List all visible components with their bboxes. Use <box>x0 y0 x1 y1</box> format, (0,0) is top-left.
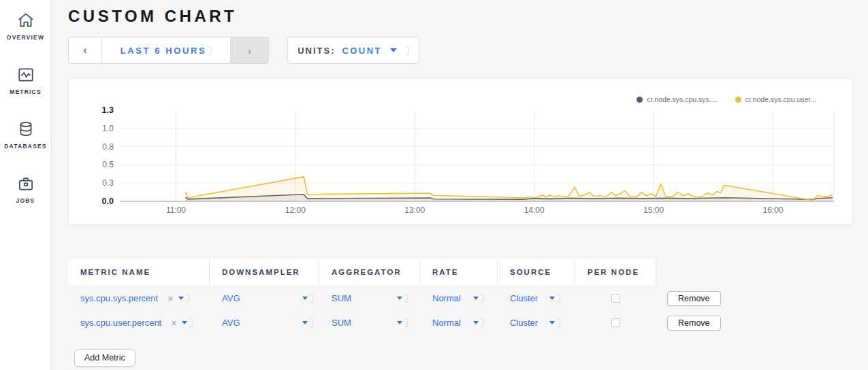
svg-text:15:00: 15:00 <box>643 205 664 215</box>
rate-cell: Normal <box>420 318 498 328</box>
dropdown-notch <box>310 294 313 303</box>
per-node-cell <box>575 318 656 327</box>
actions-cell: Remove <box>656 316 853 331</box>
rate-select[interactable]: Normal <box>432 293 479 303</box>
remove-button[interactable]: Remove <box>667 316 721 331</box>
chevron-left-icon: ‹ <box>83 44 86 56</box>
downsampler-cell: AVG <box>210 318 319 328</box>
sidebar-item-label: DATABASES <box>4 143 46 150</box>
dropdown-notch <box>186 294 189 303</box>
actions-cell: Remove <box>656 291 853 306</box>
time-next-button[interactable]: › <box>230 37 268 63</box>
remove-button[interactable]: Remove <box>667 291 721 306</box>
dropdown-notch <box>208 46 212 55</box>
dropdown-notch <box>406 46 409 55</box>
svg-text:0.8: 0.8 <box>102 142 114 152</box>
aggregator-select[interactable]: SUM <box>332 293 402 303</box>
metric-name-cell: sys.cpu.user.percent × <box>68 318 210 329</box>
svg-text:1.0: 1.0 <box>102 124 114 133</box>
database-icon <box>16 120 35 139</box>
col-header-actions <box>656 259 853 285</box>
chevron-right-icon: › <box>248 45 251 56</box>
time-range-picker: ‹ LAST 6 HOURS › <box>68 37 269 64</box>
metric-name-cell: sys.cpu.sys.percent × <box>68 293 210 304</box>
sidebar-item-metrics[interactable]: METRICS <box>0 65 52 120</box>
add-metric-button[interactable]: Add Metric <box>74 349 135 367</box>
aggregator-value: SUM <box>332 293 351 303</box>
legend-label: cr.node.sys.cpu.user... <box>745 95 816 103</box>
time-range-dropdown[interactable]: LAST 6 HOURS <box>102 37 230 63</box>
units-value: COUNT <box>342 46 382 56</box>
source-value: Cluster <box>510 293 538 303</box>
downsampler-value: AVG <box>222 318 240 328</box>
source-select[interactable]: Cluster <box>510 318 555 328</box>
units-dropdown[interactable]: UNITS: COUNT <box>287 37 419 64</box>
metric-name-value: sys.cpu.user.percent <box>80 318 161 328</box>
downsampler-select[interactable]: AVG <box>222 318 308 328</box>
dropdown-notch <box>404 318 408 327</box>
metrics-table-header: METRIC NAME DOWNSAMPLER AGGREGATOR RATE … <box>68 259 853 285</box>
dropdown-notch <box>189 318 193 327</box>
rate-select[interactable]: Normal <box>432 318 479 328</box>
chevron-down-icon <box>182 321 187 324</box>
chevron-down-icon <box>302 297 308 300</box>
svg-text:14:00: 14:00 <box>524 205 545 215</box>
metrics-graph-icon <box>16 65 35 84</box>
metric-name-select[interactable]: sys.cpu.sys.percent × <box>80 293 195 304</box>
col-header-metric-name: METRIC NAME <box>68 259 210 285</box>
per-node-cell <box>575 294 656 303</box>
source-cell: Cluster <box>498 318 575 328</box>
downsampler-cell: AVG <box>210 293 319 303</box>
source-select[interactable]: Cluster <box>510 293 555 303</box>
custom-chart-card: cr.node.sys.cpu.sys.... cr.node.sys.cpu.… <box>68 78 853 225</box>
downsampler-select[interactable]: AVG <box>222 293 308 303</box>
downsampler-value: AVG <box>222 293 240 303</box>
chevron-down-icon <box>397 297 402 300</box>
dropdown-notch <box>481 318 484 327</box>
sidebar-item-overview[interactable]: OVERVIEW <box>0 11 52 65</box>
chevron-down-icon <box>302 321 308 324</box>
sidebar-item-label: METRICS <box>10 88 42 95</box>
dropdown-notch <box>481 294 484 303</box>
table-row: sys.cpu.user.percent × AVG SUM <box>68 312 853 334</box>
legend-dot-user <box>735 97 741 103</box>
metrics-table: METRIC NAME DOWNSAMPLER AGGREGATOR RATE … <box>68 259 853 367</box>
clear-icon[interactable]: × <box>167 293 173 304</box>
legend-item-sys[interactable]: cr.node.sys.cpu.sys.... <box>637 95 717 103</box>
col-header-rate: RATE <box>420 259 498 285</box>
legend-label: cr.node.sys.cpu.sys.... <box>647 95 717 103</box>
col-header-source: SOURCE <box>498 259 575 285</box>
svg-text:0.3: 0.3 <box>102 178 114 188</box>
time-prev-button[interactable]: ‹ <box>69 37 102 63</box>
chevron-down-icon <box>549 297 555 300</box>
per-node-checkbox[interactable] <box>611 294 620 303</box>
chevron-down-icon <box>390 48 397 52</box>
page-title: CUSTOM CHART <box>68 7 853 26</box>
dropdown-notch <box>557 294 560 303</box>
table-row: sys.cpu.sys.percent × AVG SUM <box>68 287 853 309</box>
units-label: UNITS: <box>298 46 335 56</box>
svg-text:12:00: 12:00 <box>285 205 306 215</box>
sidebar-item-databases[interactable]: DATABASES <box>0 120 52 174</box>
chevron-down-icon <box>549 321 555 324</box>
aggregator-select[interactable]: SUM <box>332 318 402 328</box>
time-range-label: LAST 6 HOURS <box>120 46 207 56</box>
col-header-per-node: PER NODE <box>575 259 656 285</box>
per-node-checkbox[interactable] <box>611 318 620 327</box>
col-header-downsampler: DOWNSAMPLER <box>210 259 319 285</box>
chevron-down-icon <box>473 297 479 300</box>
dropdown-notch <box>310 318 313 327</box>
dropdown-notch <box>557 318 560 327</box>
svg-text:0.0: 0.0 <box>102 197 114 206</box>
legend-item-user[interactable]: cr.node.sys.cpu.user... <box>735 95 816 103</box>
svg-text:0.5: 0.5 <box>102 160 114 169</box>
home-icon <box>16 11 35 30</box>
clear-icon[interactable]: × <box>171 318 176 329</box>
aggregator-cell: SUM <box>319 318 420 328</box>
chevron-down-icon <box>397 321 402 324</box>
metric-name-select[interactable]: sys.cpu.user.percent × <box>80 318 195 329</box>
rate-value: Normal <box>432 293 461 303</box>
svg-text:16:00: 16:00 <box>763 205 784 215</box>
dropdown-notch <box>404 294 408 303</box>
sidebar-item-jobs[interactable]: JOBS <box>0 174 52 229</box>
